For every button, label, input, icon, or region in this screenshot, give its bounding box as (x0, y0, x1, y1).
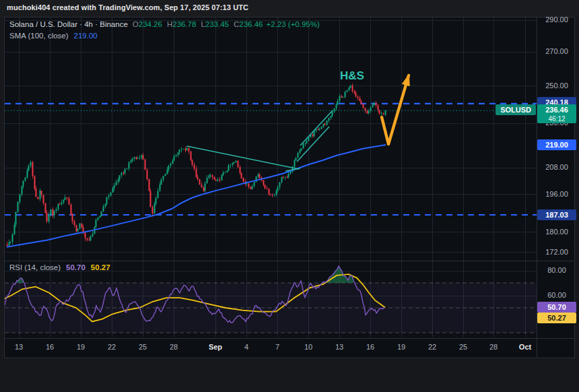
time-tick-label[interactable]: 10 (304, 343, 312, 351)
rsi-tick-label[interactable]: 80.00 (537, 266, 576, 274)
arrow-head (402, 73, 410, 86)
candle-countdown: 46:12 (537, 115, 576, 123)
time-tick-label[interactable]: 25 (139, 343, 147, 351)
time-tick-label[interactable]: Sep (209, 343, 222, 351)
chart-canvas[interactable] (0, 0, 579, 392)
head-and-shoulders-annotation[interactable]: H&S (340, 69, 364, 83)
up-candle-bodies (9, 86, 386, 246)
time-tick-label[interactable]: 28 (170, 343, 178, 351)
time-tick-label[interactable]: 28 (489, 343, 498, 351)
high-value: 236.78 (172, 20, 196, 28)
time-tick-label[interactable]: 25 (459, 343, 467, 351)
time-tick-label[interactable]: 16 (366, 343, 374, 351)
symbol-legend[interactable]: Solana / U.S. Dollar · 4h · BinanceO234.… (9, 20, 320, 28)
time-tick-label[interactable]: 19 (77, 343, 85, 351)
sma-value-badge[interactable]: 219.00 (537, 139, 576, 150)
rsi-smooth-value: 50.27 (91, 263, 110, 271)
low-value: 233.45 (205, 20, 229, 28)
price-line-badge-lower[interactable]: 187.03 (537, 209, 576, 220)
sma-value: 219.00 (74, 32, 98, 40)
close-value: 236.46 (239, 20, 263, 28)
symbol-title: Solana / U.S. Dollar · 4h · Binance (9, 20, 128, 28)
time-tick-label[interactable]: 4 (244, 343, 248, 351)
high-label: H (167, 20, 172, 28)
breakout-arrow[interactable] (382, 73, 410, 144)
open-label: O (133, 20, 139, 28)
rsi-main-badge[interactable]: 50.70 (537, 302, 576, 313)
time-tick-label[interactable]: 13 (15, 343, 23, 351)
candlestick-series (7, 84, 386, 247)
time-tick-label[interactable]: 22 (428, 343, 436, 351)
price-tick-label[interactable]: 208.00 (537, 163, 576, 171)
price-tick-label[interactable]: 180.00 (537, 228, 576, 236)
time-tick-label[interactable]: 16 (46, 343, 54, 351)
price-tick-label[interactable]: 196.00 (537, 190, 576, 198)
change-value: +2.23 (+0.95%) (267, 20, 320, 28)
tradingview-screenshot: muchoki404 created with TradingView.com,… (0, 0, 579, 392)
down-candle-wicks (7, 84, 384, 247)
current-price-value: 236.46 (537, 106, 576, 115)
trend-drawings[interactable] (187, 110, 333, 171)
time-tick-label[interactable]: 19 (397, 343, 405, 351)
rsi-tick-label[interactable]: 60.00 (537, 291, 576, 299)
sma-100-line[interactable] (7, 145, 386, 247)
price-tick-label[interactable]: 250.00 (537, 81, 576, 90)
rsi-legend[interactable]: RSI (14, close)50.7050.27 (9, 263, 110, 271)
sma-legend[interactable]: SMA (100, close)219.00 (9, 32, 98, 40)
symbol-name-badge[interactable]: SOLUSD (496, 104, 536, 115)
price-tick-label[interactable]: 172.00 (537, 248, 576, 256)
time-tick-label[interactable]: 22 (108, 343, 116, 351)
price-tick-label[interactable]: 290.00 (537, 15, 576, 24)
rsi-label: RSI (14, close) (9, 263, 61, 271)
up-candle-wicks (9, 85, 386, 247)
time-tick-label[interactable]: 7 (275, 343, 279, 351)
time-tick-label[interactable]: 13 (335, 343, 343, 351)
price-tick-label[interactable]: 270.00 (537, 47, 576, 55)
rsi-smooth-badge[interactable]: 50.27 (537, 313, 576, 323)
sma-label: SMA (100, close) (9, 32, 69, 40)
down-candle-bodies (7, 86, 384, 246)
open-value: 234.26 (139, 20, 162, 28)
current-price-badge[interactable]: 236.46 46:12 (537, 104, 576, 123)
descending-trendline[interactable] (187, 146, 299, 169)
rsi-main-value: 50.70 (66, 263, 86, 271)
time-tick-label[interactable]: Oct (519, 343, 531, 351)
footer-bar: TradingView (0, 358, 579, 392)
